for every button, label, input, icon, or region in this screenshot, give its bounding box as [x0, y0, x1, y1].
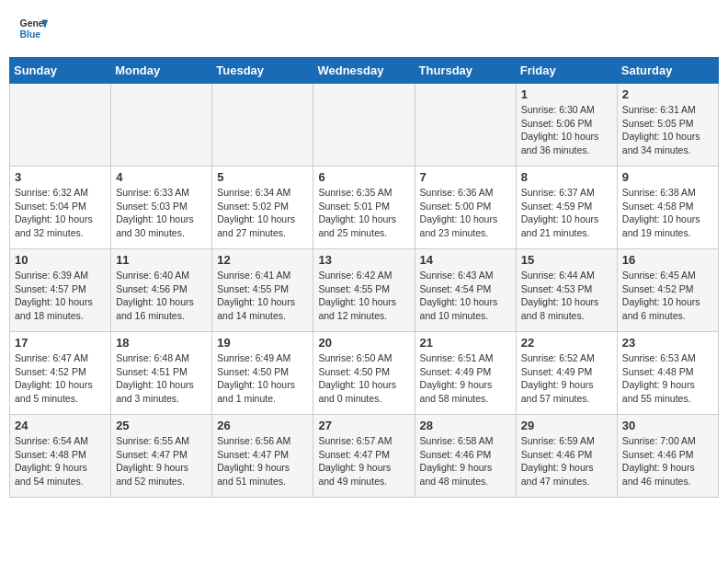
calendar-cell: 2Sunrise: 6:31 AM Sunset: 5:05 PM Daylig…: [617, 84, 718, 167]
calendar-week-row: 10Sunrise: 6:39 AM Sunset: 4:57 PM Dayli…: [10, 249, 719, 332]
day-number: 13: [318, 253, 409, 267]
calendar-cell: 19Sunrise: 6:49 AM Sunset: 4:50 PM Dayli…: [212, 332, 313, 415]
logo: General Blue: [18, 14, 48, 43]
day-number: 29: [521, 419, 612, 432]
day-info: Sunrise: 6:47 AM Sunset: 4:52 PM Dayligh…: [15, 351, 106, 406]
day-info: Sunrise: 6:45 AM Sunset: 4:52 PM Dayligh…: [622, 269, 713, 323]
logo-icon: General Blue: [18, 14, 48, 43]
calendar-cell: 8Sunrise: 6:37 AM Sunset: 4:59 PM Daylig…: [516, 167, 617, 249]
calendar-cell: 5Sunrise: 6:34 AM Sunset: 5:02 PM Daylig…: [212, 167, 313, 249]
day-number: 21: [420, 336, 511, 350]
day-number: 23: [622, 336, 713, 350]
calendar-cell: 10Sunrise: 6:39 AM Sunset: 4:57 PM Dayli…: [10, 249, 111, 332]
day-info: Sunrise: 6:34 AM Sunset: 5:02 PM Dayligh…: [217, 186, 308, 240]
day-info: Sunrise: 6:51 AM Sunset: 4:49 PM Dayligh…: [420, 351, 511, 406]
day-number: 22: [521, 336, 612, 350]
day-info: Sunrise: 6:52 AM Sunset: 4:49 PM Dayligh…: [521, 351, 612, 406]
day-number: 28: [420, 419, 511, 432]
day-info: Sunrise: 6:49 AM Sunset: 4:50 PM Dayligh…: [217, 351, 308, 406]
day-info: Sunrise: 6:43 AM Sunset: 4:54 PM Dayligh…: [420, 269, 511, 323]
day-info: Sunrise: 6:35 AM Sunset: 5:01 PM Dayligh…: [318, 186, 409, 240]
day-number: 12: [217, 253, 308, 267]
weekday-header: Monday: [111, 58, 212, 84]
day-info: Sunrise: 6:30 AM Sunset: 5:06 PM Dayligh…: [521, 103, 612, 157]
day-number: 17: [15, 336, 106, 350]
calendar-cell: 1Sunrise: 6:30 AM Sunset: 5:06 PM Daylig…: [516, 84, 617, 167]
day-info: Sunrise: 6:36 AM Sunset: 5:00 PM Dayligh…: [420, 186, 511, 240]
weekday-header-row: SundayMondayTuesdayWednesdayThursdayFrid…: [10, 58, 719, 84]
calendar-cell: 29Sunrise: 6:59 AM Sunset: 4:46 PM Dayli…: [516, 415, 617, 498]
calendar-week-row: 24Sunrise: 6:54 AM Sunset: 4:48 PM Dayli…: [10, 415, 719, 498]
weekday-header: Sunday: [10, 58, 111, 84]
day-info: Sunrise: 6:40 AM Sunset: 4:56 PM Dayligh…: [116, 269, 207, 323]
calendar-cell: 23Sunrise: 6:53 AM Sunset: 4:48 PM Dayli…: [617, 332, 718, 415]
weekday-header: Saturday: [617, 58, 718, 84]
calendar-cell: [415, 84, 516, 167]
day-info: Sunrise: 6:59 AM Sunset: 4:46 PM Dayligh…: [521, 434, 612, 488]
calendar-cell: 24Sunrise: 6:54 AM Sunset: 4:48 PM Dayli…: [10, 415, 111, 498]
day-info: Sunrise: 6:33 AM Sunset: 5:03 PM Dayligh…: [116, 186, 207, 240]
weekday-header: Thursday: [415, 58, 516, 84]
calendar-cell: [313, 84, 415, 167]
day-info: Sunrise: 6:31 AM Sunset: 5:05 PM Dayligh…: [622, 103, 713, 157]
day-info: Sunrise: 6:53 AM Sunset: 4:48 PM Dayligh…: [622, 351, 713, 406]
calendar-cell: 26Sunrise: 6:56 AM Sunset: 4:47 PM Dayli…: [212, 415, 313, 498]
calendar-cell: 25Sunrise: 6:55 AM Sunset: 4:47 PM Dayli…: [111, 415, 212, 498]
day-info: Sunrise: 6:54 AM Sunset: 4:48 PM Dayligh…: [15, 434, 106, 488]
day-number: 27: [318, 419, 409, 432]
day-number: 20: [318, 336, 409, 350]
day-number: 4: [116, 170, 207, 184]
calendar-cell: 16Sunrise: 6:45 AM Sunset: 4:52 PM Dayli…: [617, 249, 718, 332]
calendar-cell: [111, 84, 212, 167]
calendar-cell: 3Sunrise: 6:32 AM Sunset: 5:04 PM Daylig…: [10, 167, 111, 249]
calendar-cell: 7Sunrise: 6:36 AM Sunset: 5:00 PM Daylig…: [415, 167, 516, 249]
calendar-cell: 18Sunrise: 6:48 AM Sunset: 4:51 PM Dayli…: [111, 332, 212, 415]
day-number: 5: [217, 170, 308, 184]
calendar-table: SundayMondayTuesdayWednesdayThursdayFrid…: [9, 57, 719, 498]
calendar-cell: 28Sunrise: 6:58 AM Sunset: 4:46 PM Dayli…: [415, 415, 516, 498]
day-number: 7: [420, 170, 511, 184]
calendar-cell: 13Sunrise: 6:42 AM Sunset: 4:55 PM Dayli…: [313, 249, 415, 332]
calendar-cell: 22Sunrise: 6:52 AM Sunset: 4:49 PM Dayli…: [516, 332, 617, 415]
day-number: 16: [622, 253, 713, 267]
calendar-cell: 20Sunrise: 6:50 AM Sunset: 4:50 PM Dayli…: [313, 332, 415, 415]
day-number: 6: [318, 170, 409, 184]
day-number: 9: [622, 170, 713, 184]
day-info: Sunrise: 6:44 AM Sunset: 4:53 PM Dayligh…: [521, 269, 612, 323]
calendar-cell: 4Sunrise: 6:33 AM Sunset: 5:03 PM Daylig…: [111, 167, 212, 249]
day-info: Sunrise: 6:38 AM Sunset: 4:58 PM Dayligh…: [622, 186, 713, 240]
page-header: General Blue: [9, 9, 719, 48]
calendar-cell: 27Sunrise: 6:57 AM Sunset: 4:47 PM Dayli…: [313, 415, 415, 498]
day-number: 30: [622, 419, 713, 432]
day-number: 19: [217, 336, 308, 350]
day-number: 1: [521, 87, 612, 101]
day-number: 15: [521, 253, 612, 267]
day-number: 25: [116, 419, 207, 432]
day-info: Sunrise: 6:32 AM Sunset: 5:04 PM Dayligh…: [15, 186, 106, 240]
calendar-cell: 9Sunrise: 6:38 AM Sunset: 4:58 PM Daylig…: [617, 167, 718, 249]
day-info: Sunrise: 6:55 AM Sunset: 4:47 PM Dayligh…: [116, 434, 207, 488]
calendar-cell: 11Sunrise: 6:40 AM Sunset: 4:56 PM Dayli…: [111, 249, 212, 332]
calendar-cell: 12Sunrise: 6:41 AM Sunset: 4:55 PM Dayli…: [212, 249, 313, 332]
calendar-cell: 14Sunrise: 6:43 AM Sunset: 4:54 PM Dayli…: [415, 249, 516, 332]
calendar-week-row: 3Sunrise: 6:32 AM Sunset: 5:04 PM Daylig…: [10, 167, 719, 249]
calendar-cell: 30Sunrise: 7:00 AM Sunset: 4:46 PM Dayli…: [617, 415, 718, 498]
day-info: Sunrise: 6:50 AM Sunset: 4:50 PM Dayligh…: [318, 351, 409, 406]
day-number: 18: [116, 336, 207, 350]
day-info: Sunrise: 6:48 AM Sunset: 4:51 PM Dayligh…: [116, 351, 207, 406]
day-number: 2: [622, 87, 713, 101]
day-number: 8: [521, 170, 612, 184]
calendar-week-row: 17Sunrise: 6:47 AM Sunset: 4:52 PM Dayli…: [10, 332, 719, 415]
weekday-header: Wednesday: [313, 58, 415, 84]
day-number: 26: [217, 419, 308, 432]
calendar-week-row: 1Sunrise: 6:30 AM Sunset: 5:06 PM Daylig…: [10, 84, 719, 167]
day-number: 24: [15, 419, 106, 432]
day-info: Sunrise: 6:41 AM Sunset: 4:55 PM Dayligh…: [217, 269, 308, 323]
day-info: Sunrise: 6:58 AM Sunset: 4:46 PM Dayligh…: [420, 434, 511, 488]
weekday-header: Tuesday: [212, 58, 313, 84]
day-info: Sunrise: 6:57 AM Sunset: 4:47 PM Dayligh…: [318, 434, 409, 488]
day-info: Sunrise: 7:00 AM Sunset: 4:46 PM Dayligh…: [622, 434, 713, 488]
calendar-cell: 15Sunrise: 6:44 AM Sunset: 4:53 PM Dayli…: [516, 249, 617, 332]
day-number: 14: [420, 253, 511, 267]
day-number: 3: [15, 170, 106, 184]
